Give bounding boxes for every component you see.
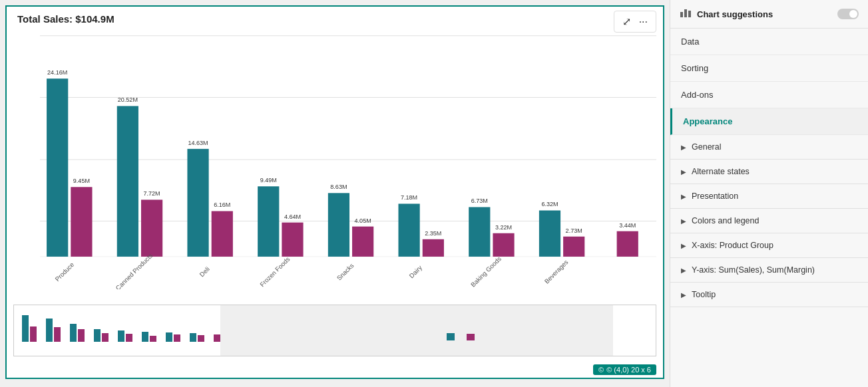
svg-rect-48 (190, 333, 196, 342)
nav-label-data: Data (681, 37, 699, 47)
chevron-right-icon-presentation: ▶ (681, 193, 686, 200)
bar-margin-beverages[interactable] (563, 237, 584, 257)
svg-text:Frozen Foods: Frozen Foods (258, 255, 292, 289)
panel-header-title: Chart suggestions (697, 9, 837, 19)
section-header-tooltip[interactable]: ▶ Tooltip (670, 283, 868, 307)
bar-margin-snacks[interactable] (352, 227, 373, 257)
svg-rect-37 (54, 327, 61, 342)
svg-rect-51 (220, 305, 613, 356)
svg-text:2.73M: 2.73M (566, 227, 582, 234)
section-header-colors-legend[interactable]: ▶ Colors and legend (670, 209, 868, 233)
right-panel: Chart suggestions Data Sorting Add-ons A… (670, 0, 868, 387)
bar-sales-canned[interactable] (117, 106, 138, 256)
svg-text:14.63M: 14.63M (188, 140, 208, 146)
svg-rect-54 (680, 12, 683, 17)
section-general: ▶ General (670, 135, 868, 160)
svg-rect-49 (198, 335, 204, 342)
svg-text:6.32M: 6.32M (541, 201, 558, 207)
section-header-alternate-states[interactable]: ▶ Alternate states (670, 160, 868, 184)
chart-toolbar: ⤢ ··· (614, 11, 656, 33)
svg-text:9.49M: 9.49M (260, 177, 277, 184)
svg-text:7.18M: 7.18M (401, 194, 417, 201)
svg-text:6.16M: 6.16M (214, 201, 230, 208)
svg-rect-47 (174, 334, 180, 342)
bar-sales-dairy[interactable] (398, 203, 419, 257)
svg-rect-42 (118, 330, 124, 342)
bar-sales-beverages[interactable] (539, 210, 560, 256)
bar-margin-dairy[interactable] (423, 239, 444, 257)
section-alternate-states: ▶ Alternate states (670, 160, 868, 184)
bar-chart-icon (680, 7, 692, 21)
chart-suggestions-toggle[interactable] (837, 9, 859, 19)
section-label-y-axis: Y-axis: Sum(Sales), Sum(Margin) (692, 265, 815, 275)
nav-label-sorting: Sorting (681, 63, 708, 73)
section-header-y-axis[interactable]: ▶ Y-axis: Sum(Sales), Sum(Margin) (670, 258, 868, 282)
nav-item-appearance[interactable]: Appearance (670, 108, 868, 135)
section-label-presentation: Presentation (692, 192, 738, 201)
svg-text:Dairy: Dairy (407, 264, 423, 280)
bar-margin-last[interactable] (617, 231, 638, 257)
bar-margin-produce[interactable] (71, 187, 92, 257)
section-label-x-axis: X-axis: Product Group (692, 241, 773, 250)
more-options-button[interactable]: ··· (636, 15, 650, 29)
bar-margin-frozen[interactable] (282, 223, 303, 257)
expand-button[interactable]: ⤢ (620, 14, 634, 29)
svg-text:4.64M: 4.64M (284, 213, 301, 220)
svg-text:2.35M: 2.35M (425, 230, 441, 237)
svg-rect-52 (447, 333, 455, 340)
section-y-axis: ▶ Y-axis: Sum(Sales), Sum(Margin) (670, 258, 868, 283)
svg-text:8.63M: 8.63M (330, 184, 347, 190)
bar-margin-canned[interactable] (141, 199, 162, 257)
nav-item-data[interactable]: Data (670, 29, 868, 55)
svg-rect-53 (467, 334, 475, 340)
nav-label-appearance: Appearance (683, 116, 732, 126)
svg-rect-44 (142, 332, 148, 342)
svg-text:20.52M: 20.52M (118, 96, 138, 103)
section-header-x-axis[interactable]: ▶ X-axis: Product Group (670, 233, 868, 257)
svg-text:7.72M: 7.72M (144, 190, 160, 197)
svg-rect-45 (150, 336, 156, 342)
svg-text:Baking Goods: Baking Goods (469, 255, 503, 288)
svg-text:Snacks: Snacks (335, 262, 355, 282)
bar-margin-deli[interactable] (212, 211, 233, 257)
section-label-alternate-states: Alternate states (692, 167, 750, 176)
svg-text:Produce: Produce (53, 261, 75, 283)
bar-chart-svg: 30M 20M 10M 0 24.16M 9.45M Produce (40, 30, 656, 289)
nav-item-addons[interactable]: Add-ons (670, 82, 868, 108)
mini-chart-area (13, 305, 656, 356)
svg-text:3.22M: 3.22M (495, 224, 512, 231)
status-bar: © © (4,0) 20 x 6 (593, 364, 656, 375)
svg-rect-43 (126, 334, 132, 342)
svg-rect-56 (688, 11, 691, 17)
svg-text:Canned Products: Canned Products (114, 252, 154, 289)
status-icon: © (598, 366, 604, 374)
section-x-axis: ▶ X-axis: Product Group (670, 233, 868, 258)
svg-rect-50 (214, 334, 220, 342)
panel-header: Chart suggestions (670, 0, 868, 29)
chevron-right-icon-alternate: ▶ (681, 168, 686, 176)
bar-sales-deli[interactable] (187, 149, 208, 257)
status-text: © (4,0) 20 x 6 (606, 366, 651, 374)
section-header-general[interactable]: ▶ General (670, 135, 868, 159)
svg-rect-39 (78, 329, 85, 342)
svg-text:9.45M: 9.45M (73, 178, 90, 184)
svg-rect-34 (22, 315, 29, 342)
bar-sales-snacks[interactable] (328, 193, 349, 257)
nav-item-sorting[interactable]: Sorting (670, 55, 868, 82)
bar-sales-baking[interactable] (469, 207, 490, 256)
chart-title: Total Sales: $104.9M (7, 7, 663, 27)
bar-sales-produce[interactable] (47, 78, 68, 257)
chart-container: ⤢ ··· Total Sales: $104.9M 30M 20M 10M 0 (0, 0, 670, 387)
bar-sales-frozen[interactable] (258, 186, 279, 257)
mini-chart-svg (14, 305, 656, 356)
svg-text:4.05M: 4.05M (355, 217, 371, 224)
section-colors-legend: ▶ Colors and legend (670, 209, 868, 233)
chevron-right-icon-xaxis: ▶ (681, 242, 686, 249)
section-tooltip: ▶ Tooltip (670, 283, 868, 307)
section-header-presentation[interactable]: ▶ Presentation (670, 184, 868, 208)
svg-rect-38 (70, 324, 77, 342)
bar-margin-baking[interactable] (493, 233, 514, 257)
chevron-right-icon-general: ▶ (681, 144, 686, 151)
bar-chart-area: 30M 20M 10M 0 24.16M 9.45M Produce (7, 27, 663, 313)
chevron-right-icon-tooltip: ▶ (681, 291, 686, 299)
